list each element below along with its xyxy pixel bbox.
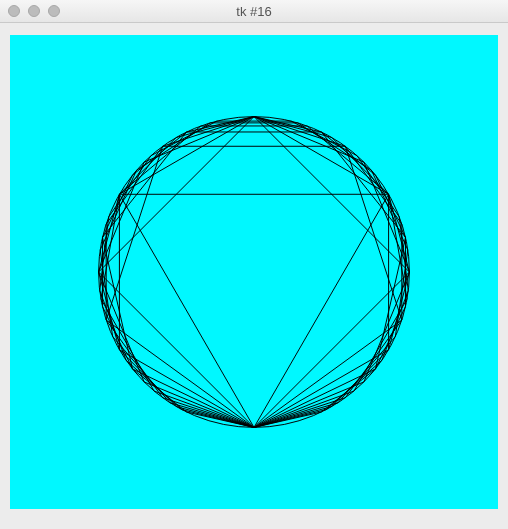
window-controls xyxy=(0,5,60,17)
content-area xyxy=(0,23,508,529)
close-icon[interactable] xyxy=(8,5,20,17)
minimize-icon[interactable] xyxy=(28,5,40,17)
polygon-3 xyxy=(119,194,388,427)
polygon-drawing xyxy=(10,35,498,509)
zoom-icon[interactable] xyxy=(48,5,60,17)
canvas xyxy=(10,35,498,509)
window-title: tk #16 xyxy=(0,4,508,19)
polygon-9 xyxy=(101,126,407,427)
titlebar: tk #16 xyxy=(0,0,508,23)
window: tk #16 xyxy=(0,0,508,529)
polygon-14 xyxy=(102,117,405,428)
polygon-6 xyxy=(119,117,388,428)
